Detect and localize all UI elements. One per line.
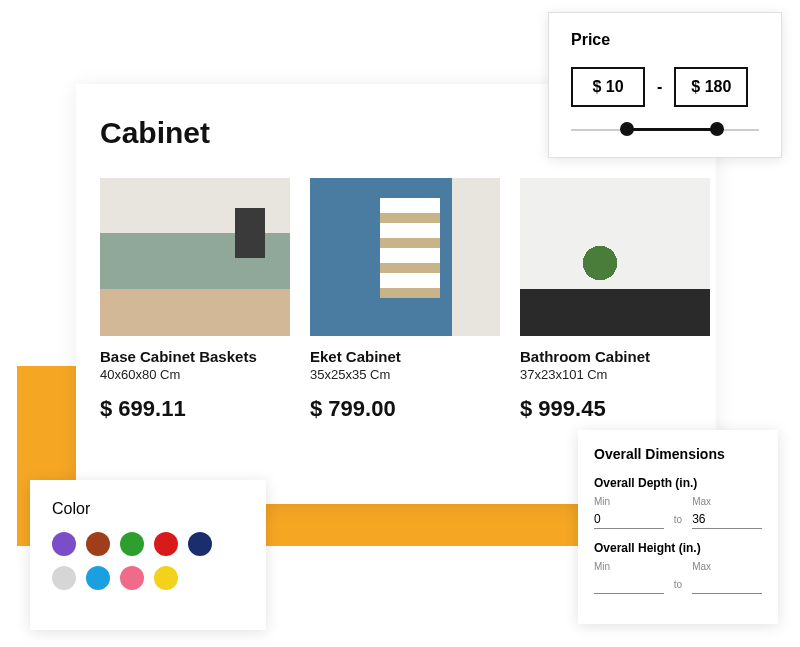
- product-image[interactable]: [100, 178, 290, 336]
- product-name: Eket Cabinet: [310, 348, 500, 365]
- product-price: $ 799.00: [310, 396, 500, 422]
- color-swatch[interactable]: [120, 566, 144, 590]
- price-min-input[interactable]: [571, 67, 645, 107]
- color-filter-card: Color: [30, 480, 266, 630]
- product-card[interactable]: Eket Cabinet 35x25x35 Cm $ 799.00: [310, 178, 500, 422]
- color-filter-title: Color: [52, 500, 244, 518]
- product-price: $ 699.11: [100, 396, 290, 422]
- color-swatch[interactable]: [120, 532, 144, 556]
- height-row: Min to Max: [594, 561, 762, 594]
- product-dimensions: 37x23x101 Cm: [520, 367, 710, 382]
- price-range-dash: -: [657, 78, 662, 96]
- depth-max-field: Max: [692, 496, 762, 529]
- min-label: Min: [594, 561, 664, 572]
- dimensions-filter-card: Overall Dimensions Overall Depth (in.) M…: [578, 430, 778, 624]
- color-swatch[interactable]: [154, 532, 178, 556]
- price-max-input[interactable]: [674, 67, 748, 107]
- price-slider[interactable]: [571, 125, 759, 135]
- color-swatch[interactable]: [154, 566, 178, 590]
- product-name: Bathroom Cabinet: [520, 348, 710, 365]
- height-max-field: Max: [692, 561, 762, 594]
- depth-min-input[interactable]: [594, 510, 664, 529]
- depth-max-input[interactable]: [692, 510, 762, 529]
- max-label: Max: [692, 496, 762, 507]
- price-filter-title: Price: [571, 31, 759, 49]
- product-card[interactable]: Base Cabinet Baskets 40x60x80 Cm $ 699.1…: [100, 178, 290, 422]
- height-max-input[interactable]: [692, 575, 762, 594]
- color-swatch[interactable]: [52, 566, 76, 590]
- price-inputs-row: -: [571, 67, 759, 107]
- product-grid: Base Cabinet Baskets 40x60x80 Cm $ 699.1…: [100, 178, 692, 422]
- depth-min-field: Min: [594, 496, 664, 529]
- product-image[interactable]: [520, 178, 710, 336]
- to-label: to: [674, 579, 682, 594]
- product-name: Base Cabinet Baskets: [100, 348, 290, 365]
- color-swatch[interactable]: [86, 566, 110, 590]
- height-min-input[interactable]: [594, 575, 664, 594]
- dimensions-filter-title: Overall Dimensions: [594, 446, 762, 462]
- price-filter-card: Price -: [548, 12, 782, 158]
- slider-handle-max[interactable]: [710, 122, 724, 136]
- depth-row: Min to Max: [594, 496, 762, 529]
- slider-handle-min[interactable]: [620, 122, 634, 136]
- max-label: Max: [692, 561, 762, 572]
- color-swatch[interactable]: [52, 532, 76, 556]
- product-image[interactable]: [310, 178, 500, 336]
- product-price: $ 999.45: [520, 396, 710, 422]
- color-swatch[interactable]: [188, 532, 212, 556]
- depth-label: Overall Depth (in.): [594, 476, 762, 490]
- color-swatches: [52, 532, 242, 590]
- height-min-field: Min: [594, 561, 664, 594]
- slider-fill: [624, 128, 718, 131]
- min-label: Min: [594, 496, 664, 507]
- height-label: Overall Height (in.): [594, 541, 762, 555]
- product-dimensions: 40x60x80 Cm: [100, 367, 290, 382]
- to-label: to: [674, 514, 682, 529]
- product-card[interactable]: Bathroom Cabinet 37x23x101 Cm $ 999.45: [520, 178, 710, 422]
- color-swatch[interactable]: [86, 532, 110, 556]
- product-dimensions: 35x25x35 Cm: [310, 367, 500, 382]
